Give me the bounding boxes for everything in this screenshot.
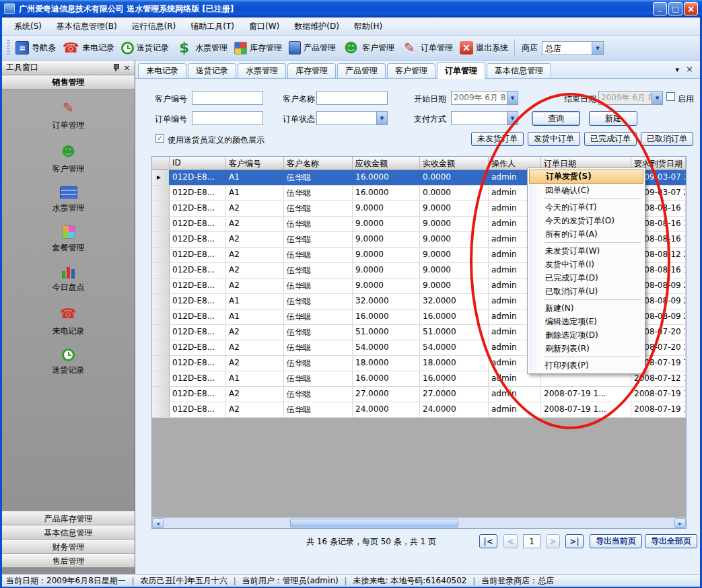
delivery-color-checkbox[interactable] (155, 134, 164, 143)
order-status-filter-button[interactable]: 已完成订单 (584, 132, 637, 146)
chevron-down-icon[interactable] (507, 91, 518, 104)
context-menu-item[interactable]: 订单发货(S) (529, 170, 643, 184)
new-button[interactable]: 新建 (589, 111, 637, 126)
start-date-picker[interactable]: 2009年 6月 8日 (451, 91, 518, 105)
tab[interactable]: 基本信息管理 (487, 63, 551, 78)
toolbar-button[interactable]: 客户管理 (339, 38, 398, 58)
row-selector[interactable] (152, 263, 170, 278)
chevron-down-icon[interactable] (652, 91, 662, 104)
order-status-filter-button[interactable]: 已取消订单 (641, 132, 693, 146)
enable-checkbox[interactable] (666, 92, 675, 101)
toolbar-button[interactable]: 送货记录 (118, 40, 172, 56)
context-menu-item[interactable]: 发货中订单(I) (529, 258, 643, 271)
toolbar-button[interactable]: 水票管理 (172, 38, 231, 58)
store-select[interactable]: 总店 (542, 41, 604, 55)
tab-close-icon[interactable] (686, 64, 693, 74)
menu-item[interactable]: 基本信息管理(B) (50, 18, 124, 35)
chevron-down-icon[interactable] (376, 112, 387, 124)
sidebar-item[interactable]: 套餐管理 (52, 225, 85, 254)
table-row[interactable]: 012D-E8...A2伍华聪27.000027.0000admin2008-0… (152, 387, 686, 402)
menu-item[interactable]: 辅助工具(T) (184, 18, 241, 35)
menu-item[interactable]: 运行信息(R) (125, 18, 183, 35)
toolbar-button[interactable]: 来电记录 (59, 38, 118, 58)
order-status-filter-button[interactable]: 发货中订单 (528, 132, 580, 146)
context-menu-item[interactable]: 编辑选定项(E) (529, 315, 643, 328)
pin-icon[interactable] (112, 64, 119, 71)
tab[interactable]: 产品管理 (337, 63, 386, 78)
row-selector[interactable] (152, 232, 170, 247)
sidebar-bottom-item[interactable]: 基本信息管理 (2, 525, 135, 540)
toolbar-button[interactable]: 退出系统 (456, 40, 512, 56)
toolbar-button[interactable]: 订单管理 (398, 38, 456, 58)
sidebar-item[interactable]: 来电记录 (52, 305, 85, 337)
row-selector[interactable] (152, 356, 170, 371)
order-no-input[interactable] (192, 111, 263, 125)
tab[interactable]: 送货记录 (188, 63, 236, 78)
tab[interactable]: 水票管理 (238, 63, 286, 78)
toolbar-button[interactable]: 导航条 (12, 40, 59, 56)
query-button[interactable]: 查询 (532, 111, 580, 126)
sidebar-item[interactable]: 订单管理 (52, 99, 85, 131)
row-selector[interactable] (152, 325, 170, 340)
column-header[interactable]: 客户编号 (226, 157, 284, 170)
row-selector[interactable] (152, 201, 170, 216)
row-selector[interactable] (152, 186, 170, 200)
order-status-filter-button[interactable]: 未发货订单 (471, 132, 524, 146)
context-menu-item[interactable]: 已取消订单(U) (529, 285, 643, 298)
customer-name-input[interactable] (316, 91, 388, 105)
column-header[interactable]: 实收金额 (420, 157, 489, 170)
minimize-button[interactable] (653, 2, 667, 15)
context-menu-item[interactable]: 未发货订单(W) (529, 244, 643, 258)
prev-page-button[interactable]: < (503, 534, 518, 548)
context-menu-item[interactable]: 打印列表(P) (529, 359, 643, 372)
sidebar-section-sales[interactable]: 销售管理 (2, 75, 135, 89)
row-selector[interactable] (152, 371, 170, 386)
row-selector[interactable] (152, 340, 170, 355)
row-selector[interactable] (152, 402, 170, 417)
last-page-button[interactable]: >| (565, 534, 584, 548)
menu-item[interactable]: 帮助(H) (347, 18, 389, 35)
scroll-right-icon[interactable] (674, 518, 686, 528)
customer-no-input[interactable] (192, 91, 263, 105)
export-current-page-button[interactable]: 导出当前页 (590, 534, 642, 548)
next-page-button[interactable]: > (546, 534, 560, 548)
chevron-down-icon[interactable] (592, 42, 603, 54)
row-selector[interactable] (152, 248, 170, 262)
sidebar-item[interactable]: 今日盘点 (52, 265, 85, 293)
context-menu-item[interactable]: 今天的发货订单(O) (529, 214, 643, 227)
toolbar-grip[interactable] (7, 40, 10, 56)
pay-method-select[interactable] (451, 111, 518, 125)
context-menu-item[interactable]: 刷新列表(R) (529, 342, 643, 355)
close-icon[interactable] (123, 63, 131, 73)
toolbar-button[interactable]: 产品管理 (285, 40, 339, 56)
chevron-down-icon[interactable] (507, 112, 518, 124)
export-all-pages-button[interactable]: 导出全部页 (645, 534, 697, 548)
scroll-left-icon[interactable] (152, 518, 164, 528)
tab[interactable]: 来电记录 (138, 63, 186, 78)
sidebar-bottom-item[interactable]: 产品库存管理 (2, 511, 135, 525)
maximize-button[interactable] (668, 2, 682, 15)
menu-item[interactable]: 窗口(W) (242, 18, 286, 35)
row-selector[interactable] (152, 170, 170, 185)
column-header[interactable]: ID (170, 157, 226, 170)
menu-item[interactable]: 数据维护(D) (287, 18, 346, 35)
page-number-input[interactable] (523, 534, 540, 548)
menu-item[interactable]: 系统(S) (7, 18, 48, 35)
first-page-button[interactable]: |< (479, 534, 497, 548)
context-menu-item[interactable]: 已完成订单(D) (529, 271, 643, 285)
context-menu-item[interactable]: 新建(N) (529, 301, 643, 315)
table-row[interactable]: 012D-E8...A2伍华聪24.000024.0000admin2008-0… (152, 402, 686, 418)
order-status-select[interactable] (316, 111, 388, 125)
sidebar-item[interactable]: 水票管理 (52, 186, 85, 214)
context-menu-item[interactable]: 所有的订单(A) (529, 227, 643, 241)
toolbar-button[interactable]: 库存管理 (231, 40, 285, 56)
context-menu-item[interactable]: 今天的订单(T) (529, 200, 643, 214)
tab[interactable]: 客户管理 (387, 63, 435, 78)
sidebar-item[interactable]: 客户管理 (52, 143, 85, 175)
column-header[interactable]: 应收金额 (353, 157, 420, 170)
row-selector[interactable] (152, 279, 170, 293)
tab-list-dropdown-icon[interactable] (676, 65, 680, 74)
sidebar-bottom-item[interactable]: 财务管理 (2, 540, 135, 554)
context-menu-item[interactable]: 回单确认(C) (529, 184, 643, 197)
tab-active[interactable]: 订单管理 (437, 62, 485, 79)
